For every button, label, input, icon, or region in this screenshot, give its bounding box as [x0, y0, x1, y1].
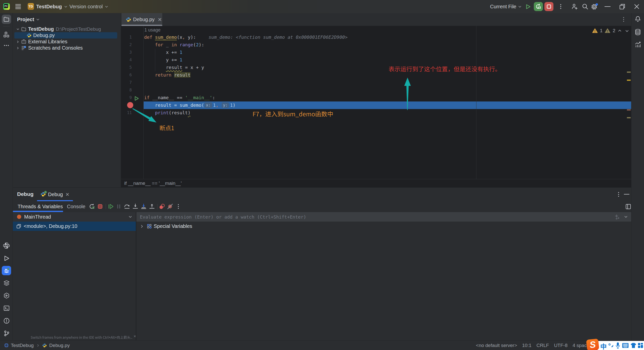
debug-session-label: Debug [48, 192, 63, 197]
special-variables-label: Special Variables [154, 223, 192, 229]
debug-panes-divider[interactable] [136, 212, 136, 340]
status-server[interactable]: <no default server> [476, 343, 517, 348]
rerun-icon[interactable] [89, 203, 96, 210]
status-crumb-file[interactable]: Debug.py [49, 343, 70, 348]
special-variables-icon [147, 224, 152, 229]
frames-pane: MainThread <module>, Debug.py:10 × [13, 212, 136, 340]
special-variables-row[interactable]: Special Variables [136, 222, 631, 231]
tab-console-label: Console [67, 204, 85, 209]
thread-selector[interactable]: MainThread [13, 212, 136, 222]
debug-stop-icon[interactable] [97, 203, 104, 210]
sogou-logo[interactable]: S [586, 339, 599, 350]
frame-label: <module>, Debug.py:10 [24, 223, 77, 229]
debug-panel-title: Debug [17, 191, 33, 197]
pycharm-window: PC TD TestDebug Version control Current … [0, 0, 644, 350]
view-breakpoints-icon[interactable] [158, 203, 166, 210]
status-encoding[interactable]: UTF-8 [554, 343, 568, 348]
debug-panel-hide-icon[interactable] [624, 194, 630, 195]
status-breadcrumb: TestDebug Debug.py [5, 340, 70, 350]
ime-punctuation-icon[interactable] [608, 343, 614, 348]
frames-hint-text [31, 335, 134, 340]
debug-panel-more-icon[interactable] [616, 191, 622, 197]
status-python-icon [42, 343, 47, 348]
debug-tool-window: Debug Debug ✕ Threads & Variables Consol… [13, 187, 631, 340]
ime-more-icon[interactable] [638, 343, 643, 348]
expand-chevron-icon[interactable] [140, 224, 144, 228]
thread-label: MainThread [24, 214, 51, 220]
debug-session-close-icon[interactable]: ✕ [65, 192, 69, 197]
tab-threads-variables[interactable]: Threads & Variables [18, 201, 63, 212]
ime-skin-icon[interactable] [630, 343, 636, 348]
ime-toolbar: S [587, 339, 644, 350]
thread-icon [17, 214, 22, 219]
frame-row-selected[interactable]: <module>, Debug.py:10 [13, 222, 136, 231]
status-caret-position[interactable]: 10:1 [522, 343, 532, 348]
ime-keyboard-icon[interactable] [622, 343, 629, 348]
pause-icon[interactable] [115, 203, 122, 210]
resume-icon[interactable] [107, 203, 114, 210]
debug-panel-header: Debug Debug ✕ [13, 188, 631, 201]
debug-running-dot [44, 191, 47, 193]
step-over-icon[interactable] [124, 203, 131, 210]
evaluate-expression-input[interactable]: Evaluate expression (Enter) or add a wat… [136, 212, 631, 222]
evaluate-expand-chevron[interactable] [624, 215, 628, 219]
ime-mic-icon[interactable] [616, 342, 620, 349]
mute-breakpoints-icon[interactable] [167, 203, 174, 210]
arrow-to-exec-line [404, 78, 411, 110]
step-out-icon[interactable] [148, 203, 155, 210]
tab-threads-label: Threads & Variables [18, 204, 63, 209]
status-crumb-project[interactable]: TestDebug [11, 343, 34, 348]
stack-frame-icon [16, 224, 21, 229]
layout-settings-icon[interactable] [625, 203, 632, 210]
debug-toolbar: Threads & Variables Console [13, 201, 631, 212]
status-project-icon [5, 343, 8, 347]
debug-toolbar-more-icon[interactable] [175, 203, 182, 210]
status-crumb-chevron [36, 344, 40, 347]
sogou-logo-letter: S [589, 339, 596, 350]
status-widgets: <no default server> 10:1 CRLF UTF-8 4 sp… [476, 340, 592, 350]
evaluate-placeholder: Evaluate expression (Enter) or add a wat… [140, 214, 306, 220]
thread-chevron-icon [128, 215, 132, 219]
force-step-into-icon[interactable] [140, 203, 147, 210]
arrow-to-breakpoint-label [132, 108, 156, 123]
debug-session-tab[interactable]: Debug ✕ [37, 188, 73, 201]
ime-lang-icon[interactable] [600, 344, 606, 350]
status-bar: TestDebug Debug.py <no default server> 1… [0, 340, 644, 350]
debug-content: MainThread <module>, Debug.py:10 × Evalu… [13, 212, 631, 340]
tab-console[interactable]: Console [67, 201, 85, 212]
add-watch-icon[interactable] [614, 214, 620, 220]
step-into-icon[interactable] [132, 203, 139, 210]
status-line-ending[interactable]: CRLF [537, 343, 549, 348]
